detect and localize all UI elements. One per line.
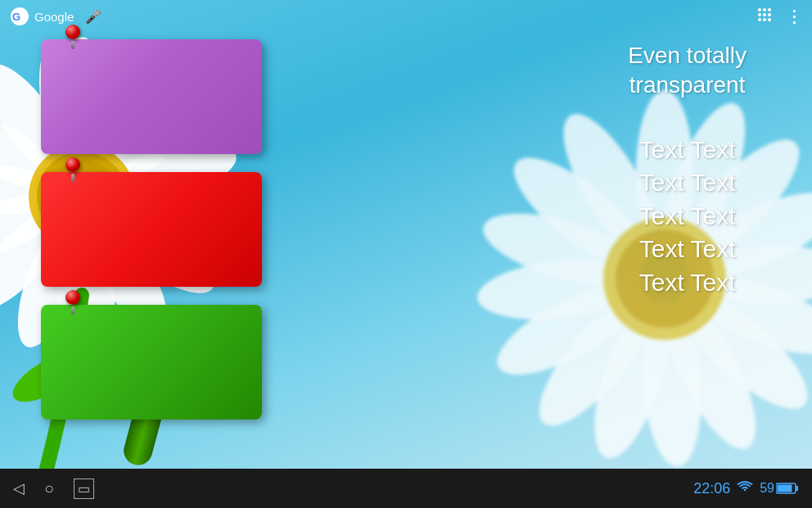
red-note[interactable] bbox=[41, 172, 262, 287]
svg-point-42 bbox=[758, 13, 761, 16]
purple-note-container[interactable] bbox=[41, 33, 262, 161]
home-button[interactable]: ○ bbox=[44, 479, 54, 498]
svg-point-39 bbox=[758, 8, 761, 11]
nav-buttons: ◁ ○ ▭ bbox=[13, 479, 94, 499]
text-lines: Text Text Text Text Text Text Text Text … bbox=[628, 134, 747, 300]
battery-level: 59 bbox=[760, 481, 774, 496]
svg-point-44 bbox=[768, 13, 771, 16]
top-bar: G Google 🎤 ⋮ bbox=[0, 0, 812, 33]
svg-point-45 bbox=[758, 18, 761, 21]
battery-icon bbox=[776, 483, 799, 494]
svg-point-43 bbox=[763, 13, 766, 16]
svg-rect-50 bbox=[778, 485, 792, 492]
overflow-menu-icon[interactable]: ⋮ bbox=[786, 7, 802, 26]
svg-point-46 bbox=[763, 18, 766, 21]
google-icon: G bbox=[10, 7, 29, 26]
recents-button[interactable]: ▭ bbox=[74, 479, 94, 499]
text-panel: Even totally transparent Text Text Text … bbox=[628, 41, 747, 299]
red-note-container[interactable] bbox=[41, 166, 262, 293]
grid-icon[interactable] bbox=[756, 7, 773, 27]
svg-point-41 bbox=[768, 8, 771, 11]
back-button[interactable]: ◁ bbox=[13, 479, 25, 497]
green-note-container[interactable] bbox=[41, 298, 262, 426]
mic-icon[interactable]: 🎤 bbox=[85, 9, 102, 25]
wifi-icon bbox=[737, 480, 753, 497]
battery-indicator: 59 bbox=[760, 481, 799, 496]
red-note-pin bbox=[65, 157, 83, 175]
heading-text: Even totally transparent bbox=[628, 41, 747, 101]
text-line-1: Text Text bbox=[628, 134, 747, 167]
svg-rect-49 bbox=[796, 486, 798, 491]
status-bar: ◁ ○ ▭ 22:06 59 bbox=[0, 469, 812, 508]
notes-area bbox=[41, 33, 262, 426]
clock: 22:06 bbox=[693, 480, 730, 497]
text-line-5: Text Text bbox=[628, 266, 747, 300]
google-logo: G Google 🎤 bbox=[10, 7, 102, 26]
green-note[interactable] bbox=[41, 305, 262, 420]
svg-text:G: G bbox=[12, 11, 20, 23]
svg-point-40 bbox=[763, 8, 766, 11]
text-line-2: Text Text bbox=[628, 166, 747, 200]
svg-point-47 bbox=[768, 18, 771, 21]
green-note-pin bbox=[65, 290, 83, 308]
top-right-icons: ⋮ bbox=[756, 7, 802, 27]
text-line-3: Text Text bbox=[628, 200, 747, 234]
google-label: Google bbox=[34, 10, 74, 24]
text-line-4: Text Text bbox=[628, 233, 747, 266]
status-right: 22:06 59 bbox=[693, 480, 799, 497]
purple-note[interactable] bbox=[41, 39, 262, 154]
